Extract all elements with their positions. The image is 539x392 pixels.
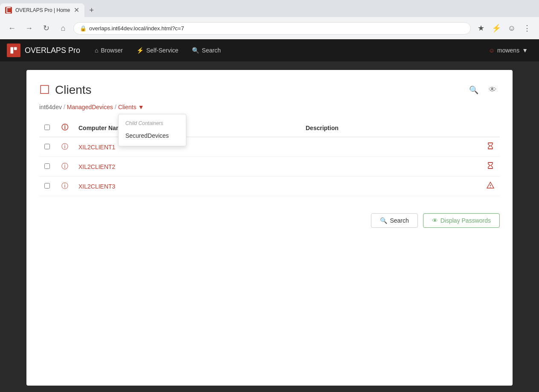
page-header: ☐ Clients 🔍 👁: [39, 83, 500, 97]
row3-checkbox-cell: [39, 177, 56, 196]
col-description: Description: [301, 119, 474, 137]
breadcrumb-sep1: /: [64, 104, 65, 110]
logo-svg: [9, 46, 18, 55]
row2-name-link[interactable]: XIL2CLIENT2: [78, 163, 115, 170]
status-col-icon: ⓘ: [61, 124, 68, 131]
nav-search-label: Search: [202, 47, 220, 54]
select-all-checkbox[interactable]: [44, 125, 50, 130]
row3-name-cell[interactable]: XIL2CLIENT3: [73, 177, 301, 196]
table-row: ⓘ XIL2CLIENT2: [39, 157, 500, 177]
main-wrapper: ☐ Clients 🔍 👁 int64dev / ManagedDevices …: [0, 61, 539, 392]
home-button[interactable]: ⌂: [56, 21, 70, 35]
row1-name-cell[interactable]: XIL2CLIENT1: [73, 137, 301, 157]
dropdown-item-secureddevices[interactable]: SecuredDevices: [119, 129, 186, 142]
nav-selfservice-label: Self-Service: [146, 47, 178, 54]
display-passwords-label: Display Passwords: [440, 217, 491, 224]
row3-warning-icon: [486, 183, 495, 191]
back-button[interactable]: ←: [5, 21, 19, 35]
table-row: ⓘ XIL2CLIENT3: [39, 177, 500, 196]
row1-action-cell: [474, 137, 500, 157]
nav-selfservice[interactable]: ⚡ Self-Service: [130, 44, 184, 57]
row3-checkbox[interactable]: [44, 183, 50, 189]
row2-status-cell: ⓘ: [56, 157, 73, 177]
row1-description-cell: [301, 137, 474, 157]
row1-checkbox[interactable]: [44, 144, 50, 149]
bottom-actions: 🔍 Search 👁 Display Passwords: [39, 213, 500, 228]
user-icon: ☺: [489, 47, 495, 54]
toolbar-icons: ★ ⚡ ☺ ⋮: [474, 21, 534, 35]
search-button[interactable]: 🔍 Search: [371, 213, 417, 228]
table-body: ⓘ XIL2CLIENT1: [39, 137, 500, 196]
forward-button[interactable]: →: [22, 21, 36, 35]
col-actions: [474, 119, 500, 137]
row2-description-cell: [301, 157, 474, 177]
nav-search[interactable]: 🔍 Search: [186, 44, 226, 57]
display-passwords-icon: 👁: [432, 217, 438, 224]
tab-bar: OVERLAPS Pro | Home ✕ +: [0, 0, 539, 17]
lock-icon: 🔒: [80, 25, 87, 32]
table-header-row: ⓘ Computer Name Description: [39, 119, 500, 137]
bookmark-button[interactable]: ★: [474, 21, 488, 35]
svg-rect-0: [11, 47, 14, 54]
row3-action-cell: [474, 177, 500, 196]
row3-description-cell: [301, 177, 474, 196]
row2-hourglass-icon: [486, 163, 495, 171]
row1-name-link[interactable]: XIL2CLIENT1: [78, 144, 115, 151]
row1-status-icon: ⓘ: [61, 143, 68, 150]
user-menu[interactable]: ☺ mowens ▼: [484, 44, 532, 57]
row1-hourglass-icon: [486, 143, 495, 152]
breadcrumb-sep2: /: [115, 104, 116, 110]
lightning-icon: ⚡: [136, 47, 144, 54]
view-header-button[interactable]: 👁: [485, 84, 500, 96]
row1-checkbox-cell: [39, 137, 56, 157]
svg-point-3: [490, 187, 491, 188]
svg-rect-1: [14, 47, 17, 50]
row1-status-cell: ⓘ: [56, 137, 73, 157]
app-title: OVERLAPS Pro: [25, 46, 80, 55]
breadcrumb-level1[interactable]: ManagedDevices: [67, 104, 113, 110]
clients-icon: ☐: [39, 83, 50, 97]
page-title: Clients: [55, 83, 92, 97]
home-icon: ⌂: [95, 47, 98, 54]
url-text: overlaps.int64dev.local/index.html?c=7: [89, 25, 464, 32]
app-navbar: OVERLAPS Pro ⌂ Browser ⚡ Self-Service 🔍 …: [0, 39, 539, 61]
row2-checkbox[interactable]: [44, 163, 50, 169]
app-logo: OVERLAPS Pro: [7, 44, 80, 57]
reload-button[interactable]: ↻: [39, 21, 53, 35]
tab-title: OVERLAPS Pro | Home: [15, 7, 70, 13]
content-card: ☐ Clients 🔍 👁 int64dev / ManagedDevices …: [26, 70, 513, 386]
tab-favicon: [5, 7, 12, 14]
clients-table: ⓘ Computer Name Description ⓘ: [39, 119, 500, 196]
nav-browser[interactable]: ⌂ Browser: [89, 44, 129, 57]
url-bar[interactable]: 🔒 overlaps.int64dev.local/index.html?c=7: [73, 22, 471, 35]
row3-status-icon: ⓘ: [61, 182, 68, 189]
search-header-button[interactable]: 🔍: [466, 84, 482, 96]
breadcrumb-current[interactable]: Clients ▼: [118, 104, 144, 110]
account-button[interactable]: ☺: [505, 21, 519, 35]
page-title-area: ☐ Clients: [39, 83, 92, 97]
search-button-icon: 🔍: [380, 217, 387, 224]
header-actions: 🔍 👁: [466, 84, 500, 96]
extensions-button[interactable]: ⚡: [490, 21, 503, 35]
col-computer-name: Computer Name: [73, 119, 301, 137]
row2-name-cell[interactable]: XIL2CLIENT2: [73, 157, 301, 177]
breadcrumb-dropdown-menu: Child Containers SecuredDevices: [118, 114, 186, 146]
address-bar: ← → ↻ ⌂ 🔒 overlaps.int64dev.local/index.…: [0, 17, 539, 39]
user-dropdown-icon: ▼: [522, 47, 528, 54]
breadcrumb-dropdown-container: Clients ▼ Child Containers SecuredDevice…: [118, 104, 144, 110]
new-tab-button[interactable]: +: [84, 6, 99, 15]
active-tab[interactable]: OVERLAPS Pro | Home ✕: [0, 3, 84, 17]
nav-browser-label: Browser: [101, 47, 123, 54]
search-button-label: Search: [390, 217, 409, 224]
user-label: mowens: [497, 47, 519, 54]
dropdown-header: Child Containers: [119, 118, 186, 129]
col-status: ⓘ: [56, 119, 73, 137]
tab-close-button[interactable]: ✕: [74, 7, 79, 14]
breadcrumb-current-label: Clients: [118, 104, 136, 110]
row3-name-link[interactable]: XIL2CLIENT3: [78, 183, 115, 190]
display-passwords-button[interactable]: 👁 Display Passwords: [423, 213, 500, 228]
search-nav-icon: 🔍: [192, 47, 199, 54]
table-header: ⓘ Computer Name Description: [39, 119, 500, 137]
menu-button[interactable]: ⋮: [520, 21, 534, 35]
breadcrumb: int64dev / ManagedDevices / Clients ▼ Ch…: [39, 104, 500, 110]
